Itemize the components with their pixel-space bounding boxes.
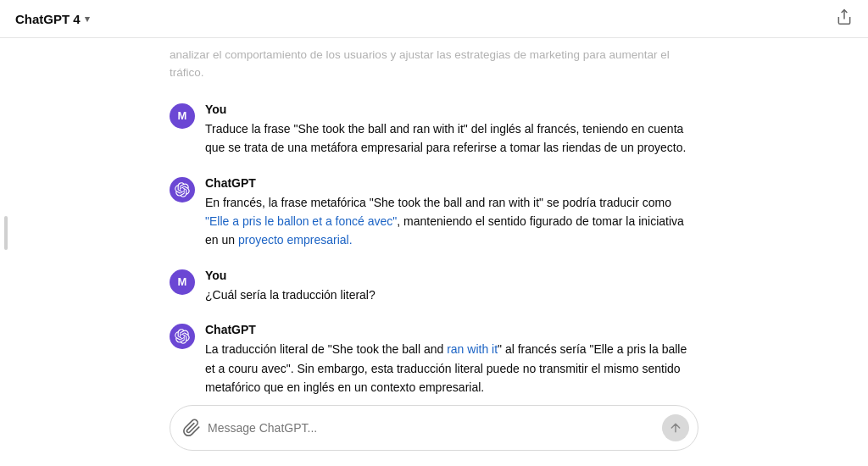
send-icon <box>669 421 682 435</box>
app-title[interactable]: ChatGPT 4 ▾ <box>15 12 90 26</box>
avatar: M <box>170 269 195 295</box>
avatar <box>170 177 195 202</box>
chevron-down-icon: ▾ <box>85 14 90 25</box>
attach-icon[interactable] <box>182 419 201 437</box>
message-author: ChatGPT <box>205 323 698 336</box>
message-row: M You ¿Cuál sería la traducción literal? <box>0 260 868 313</box>
avatar: M <box>170 103 195 129</box>
header: ChatGPT 4 ▾ <box>0 0 868 38</box>
message-content: You ¿Cuál sería la traducción literal? <box>205 269 698 304</box>
send-button[interactable] <box>662 414 689 441</box>
message-author: You <box>205 269 698 282</box>
message-content: ChatGPT La traducción literal de "She to… <box>205 323 698 395</box>
message-row: ChatGPT En francés, la frase metafórica … <box>0 168 868 258</box>
message-author: ChatGPT <box>205 176 698 190</box>
message-content: You Traduce la frase "She took the ball … <box>205 103 698 158</box>
share-icon <box>836 8 853 25</box>
resize-handle <box>4 216 8 250</box>
message-row: ChatGPT La traducción literal de "She to… <box>0 314 868 395</box>
message-input[interactable] <box>208 421 655 435</box>
message-author: You <box>205 103 698 116</box>
message-text: Traduce la frase "She took the ball and … <box>205 119 698 158</box>
faded-message: analizar el comportamiento de los usuari… <box>0 47 868 94</box>
gpt-logo-icon <box>175 329 190 344</box>
title-text: ChatGPT 4 <box>15 12 81 26</box>
faded-text: analizar el comportamiento de los usuari… <box>170 48 670 79</box>
avatar <box>170 324 195 349</box>
message-text: ¿Cuál sería la traducción literal? <box>205 286 698 304</box>
message-text: La traducción literal de "She took the b… <box>205 340 698 395</box>
message-text: En francés, la frase metafórica "She too… <box>205 193 698 250</box>
message-row: M You Traduce la frase "She took the bal… <box>0 94 868 166</box>
gpt-logo-icon <box>175 182 190 197</box>
share-button[interactable] <box>836 8 853 29</box>
input-area <box>0 395 868 466</box>
chat-area: analizar el comportamiento de los usuari… <box>0 38 868 395</box>
message-content: ChatGPT En francés, la frase metafórica … <box>205 176 698 250</box>
input-box <box>170 405 698 451</box>
